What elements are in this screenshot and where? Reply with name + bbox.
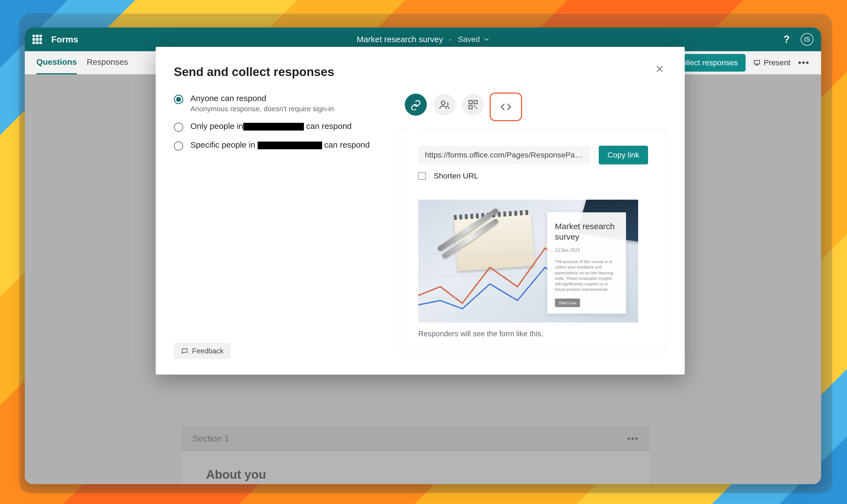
preview-card: Market research survey 12 Dec 2023 The p… bbox=[547, 212, 626, 314]
svg-point-0 bbox=[441, 101, 445, 105]
share-tab-invite[interactable] bbox=[434, 94, 456, 116]
doc-title[interactable]: Market research survey bbox=[357, 35, 443, 44]
shorten-url-label: Shorten URL bbox=[434, 172, 478, 180]
share-panel: https://forms.office.com/Pages/ResponseP… bbox=[400, 94, 667, 352]
preview-title: Market research survey bbox=[555, 221, 618, 242]
share-tab-qr[interactable] bbox=[462, 94, 484, 116]
save-status[interactable]: Saved bbox=[458, 35, 489, 44]
radio-unselected-icon bbox=[174, 141, 183, 151]
svg-rect-5 bbox=[476, 107, 477, 109]
tab-questions[interactable]: Questions bbox=[36, 51, 77, 75]
svg-rect-3 bbox=[469, 106, 472, 109]
people-icon bbox=[439, 99, 450, 110]
monitor-icon bbox=[753, 59, 760, 66]
present-button[interactable]: Present bbox=[753, 58, 791, 67]
preview-start-button: Start now bbox=[555, 299, 580, 307]
close-icon bbox=[655, 65, 664, 73]
app-window: Forms Market research survey - Saved ? I… bbox=[25, 28, 821, 484]
svg-rect-4 bbox=[474, 106, 475, 107]
code-icon bbox=[500, 101, 511, 112]
send-collect-modal: Send and collect responses Anyone can re… bbox=[156, 47, 685, 375]
qr-icon bbox=[467, 99, 479, 110]
audience-options: Anyone can respond Anonymous response, d… bbox=[174, 94, 383, 352]
option-anyone[interactable]: Anyone can respond Anonymous response, d… bbox=[174, 94, 383, 113]
shorten-row: Shorten URL bbox=[418, 172, 648, 180]
share-tab-embed-highlighted[interactable] bbox=[491, 94, 521, 120]
app-launcher-icon[interactable] bbox=[33, 35, 42, 44]
copy-link-button[interactable]: Copy link bbox=[599, 146, 648, 164]
option-specific-label: Specific people in can respond bbox=[190, 140, 370, 149]
link-icon bbox=[410, 99, 421, 110]
chevron-down-icon bbox=[483, 37, 489, 42]
redacted-org-name bbox=[258, 142, 322, 149]
close-button[interactable] bbox=[654, 64, 666, 76]
option-org-label: Only people in can respond bbox=[190, 122, 352, 131]
title-separator: - bbox=[449, 35, 452, 44]
option-specific[interactable]: Specific people in can respond bbox=[174, 140, 383, 151]
preview-date: 12 Dec 2023 bbox=[555, 248, 618, 253]
link-row: https://forms.office.com/Pages/ResponseP… bbox=[418, 146, 648, 164]
modal-title: Send and collect responses bbox=[174, 65, 667, 79]
form-preview-thumbnail: Market research survey 12 Dec 2023 The p… bbox=[418, 200, 638, 323]
svg-rect-2 bbox=[474, 101, 477, 104]
link-panel: https://forms.office.com/Pages/ResponseP… bbox=[400, 128, 667, 352]
comment-icon bbox=[181, 347, 188, 355]
help-icon[interactable]: ? bbox=[783, 34, 790, 45]
app-name[interactable]: Forms bbox=[51, 34, 78, 44]
editor-tabs: Questions Responses bbox=[36, 51, 128, 75]
option-anyone-sub: Anonymous response, doesn't require sign… bbox=[190, 105, 334, 113]
header-right: ? IS bbox=[783, 33, 813, 46]
radio-unselected-icon bbox=[174, 123, 183, 132]
svg-rect-1 bbox=[469, 101, 472, 104]
preview-caption: Responders will see the form like this. bbox=[418, 330, 648, 338]
tab-responses[interactable]: Responses bbox=[87, 51, 128, 75]
radio-selected-icon bbox=[174, 95, 183, 104]
modal-body: Anyone can respond Anonymous response, d… bbox=[174, 94, 667, 352]
feedback-button[interactable]: Feedback bbox=[174, 343, 231, 359]
share-tab-link[interactable] bbox=[405, 94, 427, 116]
option-org[interactable]: Only people in can respond bbox=[174, 122, 383, 132]
redacted-org-name bbox=[243, 123, 304, 130]
preview-description: The purpose of this survey is to collect… bbox=[555, 259, 618, 292]
more-menu-icon[interactable]: ••• bbox=[798, 57, 810, 68]
share-link-field[interactable]: https://forms.office.com/Pages/ResponseP… bbox=[418, 146, 590, 164]
avatar[interactable]: IS bbox=[801, 33, 813, 46]
header-center: Market research survey - Saved bbox=[357, 35, 489, 44]
option-anyone-label: Anyone can respond bbox=[190, 94, 334, 103]
share-method-tabs bbox=[405, 94, 667, 120]
shorten-url-checkbox[interactable] bbox=[418, 172, 426, 180]
